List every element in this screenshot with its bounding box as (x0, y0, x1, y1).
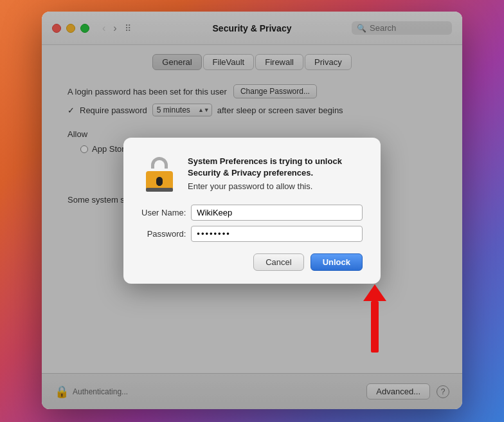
lock-shackle (151, 157, 168, 169)
dialog-header: System Preferences is trying to unlock S… (141, 156, 363, 192)
username-label: User Name: (141, 208, 186, 217)
dialog-message: System Preferences is trying to unlock S… (188, 156, 363, 191)
dialog-buttons: Cancel Unlock (141, 253, 363, 271)
main-window: ‹ › ⠿ Security & Privacy 🔍 General FileV… (42, 12, 462, 409)
username-input[interactable] (191, 205, 363, 221)
lock-base-strip (146, 188, 173, 192)
arrow-shaft (371, 301, 379, 353)
dialog-subtitle: Enter your password to allow this. (188, 181, 363, 191)
password-label: Password: (141, 229, 186, 239)
arrow-head-icon (363, 284, 386, 301)
dialog-title: System Preferences is trying to unlock S… (188, 156, 363, 179)
cancel-button[interactable]: Cancel (253, 253, 303, 271)
unlock-button[interactable]: Unlock (310, 253, 363, 271)
lock-icon (141, 156, 177, 192)
password-input[interactable] (191, 226, 363, 242)
auth-dialog: System Preferences is trying to unlock S… (123, 138, 381, 284)
dialog-form: User Name: Password: (141, 205, 363, 242)
dialog-overlay: System Preferences is trying to unlock S… (42, 12, 462, 409)
arrow-indicator (363, 284, 386, 353)
lock-keyhole (156, 177, 163, 186)
